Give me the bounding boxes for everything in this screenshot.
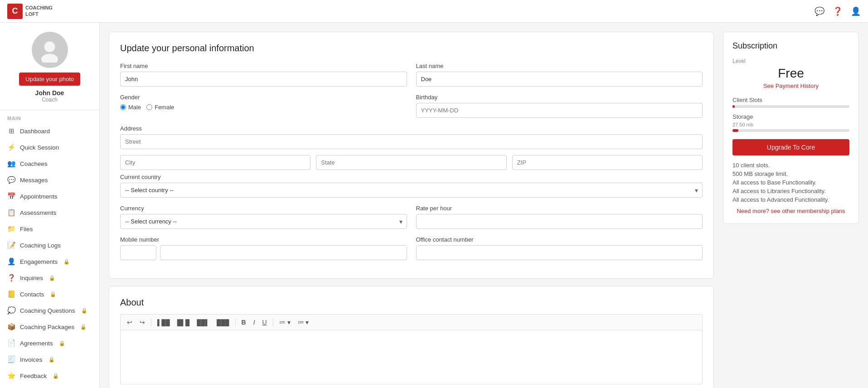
currency-select[interactable]: -- Select currency -- [120,214,407,229]
last-name-input[interactable] [416,72,703,87]
sidebar: Update your photo John Doe Coach MAIN ⊞ … [0,23,100,388]
align-right-button[interactable]: ██▌ [194,318,212,327]
coaching-packages-icon: 📦 [7,323,15,331]
currency-select-wrap: -- Select currency -- [120,214,407,229]
editor-toolbar: ↩ ↪ ▌██ █▌█ ██▌ ███ B I U ≔ ▾ ≔ ▾ [120,314,703,330]
gender-female-radio[interactable] [146,104,152,110]
sidebar-label-assessments: Assessments [20,209,56,216]
main-content: Update your personal information First n… [100,23,868,388]
help-icon[interactable]: ❓ [833,6,843,16]
user-account-icon[interactable]: 👤 [851,6,861,16]
update-photo-button[interactable]: Update your photo [19,73,80,86]
sidebar-item-inquiries[interactable]: ❓ Inquiries 🔒 [0,270,99,286]
feature-1: 10 client slots. [732,162,849,169]
sidebar-item-engagements[interactable]: 👤 Engagements 🔒 [0,253,99,270]
agreements-icon: 📄 [7,339,15,347]
gender-male-radio[interactable] [120,104,126,110]
sidebar-item-coaching-questions[interactable]: 💭 Coaching Questions 🔒 [0,302,99,319]
redo-button[interactable]: ↪ [137,317,148,327]
sidebar-label-coaching-logs: Coaching Logs [20,242,61,249]
unordered-list-button[interactable]: ≔ ▾ [276,317,293,327]
storage-info: 27.50 mb [732,122,849,127]
see-payment-link[interactable]: See Payment History [732,82,849,89]
messages-nav-icon: 💬 [7,176,15,184]
currency-group: Currency -- Select currency -- [120,205,407,229]
upgrade-button[interactable]: Upgrade To Core [732,139,849,155]
mobile-inputs [120,245,407,260]
sidebar-item-files[interactable]: 📁 Files [0,221,99,237]
feedback-icon: ⭐ [7,372,15,380]
align-center-button[interactable]: █▌█ [175,318,193,327]
country-select[interactable]: -- Select country -- [120,183,703,198]
mobile-main-input[interactable] [160,245,407,260]
level-label: Level [732,58,849,64]
underline-button[interactable]: U [260,317,270,327]
last-name-label: Last name [416,63,703,69]
street-input[interactable] [120,134,703,149]
sidebar-item-assessments[interactable]: 📋 Assessments [0,204,99,221]
feature-4: All access to Libraries Functionality. [732,188,849,194]
logo-text: COACHINGLOFT [25,5,53,17]
ordered-list-button[interactable]: ≔ ▾ [295,317,312,327]
italic-button[interactable]: I [251,317,258,327]
first-name-input[interactable] [120,72,407,87]
sidebar-item-agreements[interactable]: 📄 Agreements 🔒 [0,335,99,351]
storage-fill [732,129,738,132]
about-editor[interactable] [120,330,703,384]
last-name-group: Last name [416,63,703,87]
appointments-icon: 📅 [7,192,15,200]
rate-input[interactable] [416,214,703,229]
avatar-image [37,38,62,63]
gender-label: Gender [120,94,407,101]
align-justify-button[interactable]: ███ [214,318,232,327]
sidebar-section-label: MAIN [0,110,99,123]
about-panel: About ↩ ↪ ▌██ █▌█ ██▌ ███ B I U ≔ ▾ ≔ ▾ [109,286,714,388]
feature-2: 500 MB storage limit. [732,170,849,177]
need-more-link[interactable]: Need more? see other membership plans [732,208,849,214]
gender-group: Gender Male Female [120,94,407,118]
contacts-lock-icon: 🔒 [50,291,56,297]
client-slots-label: Client Slots [732,97,849,103]
personal-info-panel: Update your personal information First n… [109,32,714,279]
undo-button[interactable]: ↩ [124,317,135,327]
rate-group: Rate per hour [416,205,703,229]
office-input[interactable] [416,245,703,260]
feature-5: All access to Advanced Functionality. [732,196,849,203]
sidebar-item-messages[interactable]: 💬 Messages [0,172,99,188]
sidebar-label-inquiries: Inquiries [20,275,43,281]
client-slots-fill [732,105,735,108]
sidebar-item-quick-session[interactable]: ⚡ Quick Session [0,139,99,155]
mobile-label: Mobile number [120,236,407,243]
address-label: Address [120,125,703,132]
sidebar-item-dashboard[interactable]: ⊞ Dashboard [0,123,99,139]
sidebar-item-coaching-logs[interactable]: 📝 Coaching Logs [0,237,99,253]
sidebar-label-coachees: Coachees [20,160,48,167]
bold-button[interactable]: B [239,317,249,327]
birthday-input[interactable] [416,103,703,118]
svg-point-1 [41,53,58,62]
top-nav-right: 💬 ❓ 👤 [815,6,861,16]
sidebar-item-contacts[interactable]: 📒 Contacts 🔒 [0,286,99,302]
zip-input[interactable] [512,155,703,170]
align-left-button[interactable]: ▌██ [155,318,173,327]
sidebar-item-appointments[interactable]: 📅 Appointments [0,188,99,204]
toolbar-divider-3 [273,318,273,326]
sidebar-label-files: Files [20,226,33,233]
sidebar-item-feedback[interactable]: ⭐ Feedback 🔒 [0,368,99,384]
gender-male-label[interactable]: Male [120,104,141,111]
messages-icon[interactable]: 💬 [815,6,824,16]
coachees-icon: 👥 [7,160,15,168]
coaching-packages-lock-icon: 🔒 [80,324,87,330]
coaching-logs-icon: 📝 [7,241,15,249]
gender-female-label[interactable]: Female [146,104,174,111]
state-input[interactable] [316,155,506,170]
sidebar-item-coaching-packages[interactable]: 📦 Coaching Packages 🔒 [0,319,99,335]
mobile-prefix-input[interactable] [120,245,156,260]
mobile-group: Mobile number [120,236,407,260]
coaching-questions-lock-icon: 🔒 [81,308,87,314]
city-input[interactable] [120,155,310,170]
agreements-lock-icon: 🔒 [59,340,65,346]
sidebar-item-invoices[interactable]: 🧾 Invoices 🔒 [0,351,99,368]
sidebar-item-coachees[interactable]: 👥 Coachees [0,155,99,172]
birthday-group: Birthday [416,94,703,118]
